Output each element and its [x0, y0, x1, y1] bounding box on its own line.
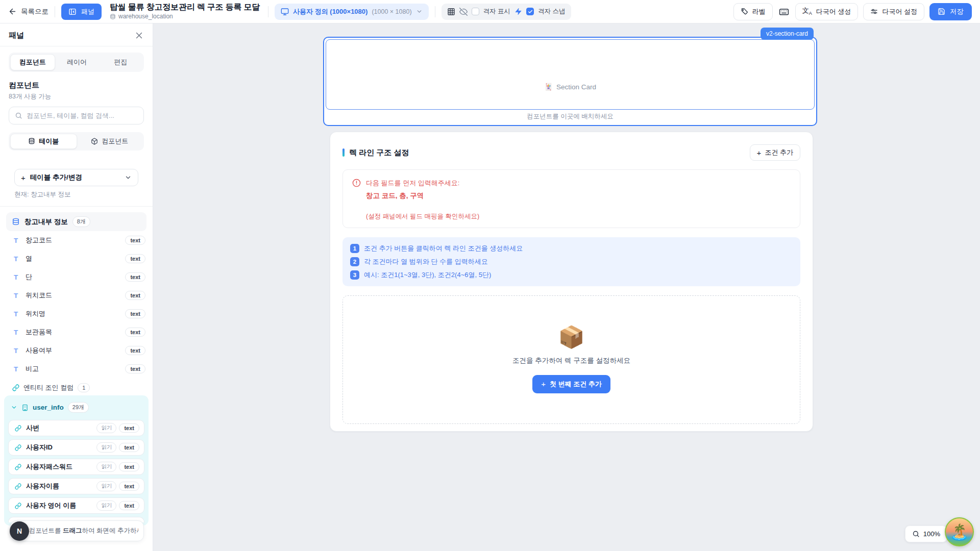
link-icon — [15, 444, 21, 451]
entity-join-header: 엔티티 조인 컬럼 1 — [12, 383, 146, 392]
grid-show-label: 격자 표시 — [483, 7, 510, 16]
card-label-text: Section Card — [556, 83, 596, 91]
section-card-label: 🃏 Section Card — [326, 83, 814, 91]
panel-tabs: 컴포넌트 레이어 편집 — [9, 53, 144, 72]
field-row[interactable]: T위치명text — [0, 305, 153, 323]
field-name: 위치코드 — [26, 291, 52, 300]
join-table-name: user_info — [33, 404, 64, 411]
tab-components[interactable]: 컴포넌트 — [10, 54, 55, 70]
join-field-row[interactable]: 사용자이름 읽기text — [8, 478, 144, 494]
join-field-row[interactable]: 사용자ID 읽기text — [8, 439, 144, 456]
table-group-header[interactable]: 창고내부 정보 8개 — [6, 212, 146, 231]
step-row: 3 예시: 조건1(1~3열, 3단), 조건2(4~6열, 5단) — [350, 270, 793, 280]
field-row[interactable]: T사용여부text — [0, 341, 153, 360]
label-button-text: 라벨 — [752, 7, 766, 16]
grid-icon[interactable] — [447, 8, 455, 16]
text-type-icon: T — [14, 310, 20, 318]
step-number: 3 — [350, 270, 359, 280]
grid-snap-label: 격자 스냅 — [538, 7, 565, 16]
check-icon — [528, 9, 533, 14]
field-name: 위치명 — [26, 309, 45, 318]
field-row[interactable]: T비고text — [0, 360, 153, 378]
selection-tag: v2-section-card — [761, 28, 814, 40]
island-sticker-icon[interactable]: 🏝️ — [945, 517, 974, 546]
chevron-down-icon — [125, 174, 132, 181]
back-label: 목록으로 — [21, 7, 48, 16]
join-field-row[interactable]: 사용자 영어 이름 읽기text — [8, 497, 144, 514]
text-type-icon: T — [14, 365, 20, 373]
segment-tables[interactable]: 테이블 — [10, 134, 77, 149]
close-icon[interactable] — [135, 31, 143, 40]
field-type-badge: text — [125, 364, 145, 373]
zoom-indicator[interactable]: 100% — [905, 525, 947, 542]
add-table-button[interactable]: + 테이블 추가/변경 — [14, 169, 138, 186]
add-condition-button[interactable]: + 조건 추가 — [750, 144, 800, 161]
step-text: 조건 추가 버튼을 클릭하여 렉 라인 조건을 생성하세요 — [364, 244, 523, 253]
readonly-badge: 읽기 — [96, 423, 116, 433]
add-table-label: 테이블 추가/변경 — [30, 173, 82, 182]
chevron-down-icon — [416, 8, 423, 15]
first-condition-label: 첫 번째 조건 추가 — [550, 380, 602, 389]
save-button-label: 저장 — [950, 7, 964, 16]
panel-toggle-button[interactable]: 패널 — [61, 4, 102, 20]
source-segmented-control: 테이블 컴포넌트 — [9, 132, 144, 151]
link-icon — [15, 464, 21, 470]
field-name: 단 — [26, 272, 32, 282]
sliders-icon — [870, 8, 878, 15]
tab-edit[interactable]: 편집 — [99, 54, 142, 70]
first-condition-button[interactable]: + 첫 번째 조건 추가 — [532, 375, 610, 393]
step-text: 예시: 조건1(1~3열, 3단), 조건2(4~6열, 5단) — [364, 270, 491, 280]
field-type-badge: text — [119, 443, 139, 452]
text-type-icon: T — [14, 255, 20, 263]
link-icon — [15, 425, 21, 432]
island-emoji: 🏝️ — [950, 523, 969, 541]
field-name: 사용자ID — [26, 443, 53, 452]
keyboard-shortcuts-button[interactable] — [778, 6, 790, 18]
conditions-empty-state: 📦 조건을 추가하여 렉 구조를 설정하세요 + 첫 번째 조건 추가 — [342, 295, 800, 424]
tab-layers[interactable]: 레이어 — [55, 54, 99, 70]
section-card[interactable]: 🃏 Section Card — [326, 39, 815, 110]
building-icon — [21, 404, 29, 411]
field-type-badge: text — [125, 272, 145, 282]
i18n-generate-button[interactable]: 文A 다국어 생성 — [795, 3, 859, 20]
search-box[interactable] — [9, 107, 144, 124]
join-field-row[interactable]: 사용자패스워드 읽기text — [8, 459, 144, 475]
link-icon — [15, 483, 21, 490]
required-fields-warning: 다음 필드를 먼저 입력해주세요: 창고 코드, 층, 구역 (설정 패널에서 … — [342, 169, 800, 228]
i18n-settings-label: 다국어 설정 — [882, 7, 917, 16]
section-card-dropzone[interactable]: 🃏 Section Card 컴포넌트를 이곳에 배치하세요 — [323, 37, 817, 126]
viewport-size-selector[interactable]: 사용자 정의 (1000×1080) (1000 × 1080) — [275, 4, 429, 20]
tag-icon — [741, 8, 748, 15]
field-row[interactable]: T창고코드text — [0, 231, 153, 249]
join-field-row[interactable]: 사번 읽기text — [8, 420, 144, 436]
save-button[interactable]: 저장 — [929, 3, 972, 20]
field-name: 사용자패스워드 — [26, 462, 72, 471]
field-row[interactable]: T위치코드text — [0, 286, 153, 305]
field-type-badge: text — [125, 291, 145, 300]
segment-components[interactable]: 컴포넌트 — [77, 134, 143, 149]
search-input[interactable] — [27, 112, 138, 119]
panel-title: 패널 — [9, 31, 24, 40]
field-type-badge: text — [125, 309, 145, 318]
i18n-settings-button[interactable]: 다국어 설정 — [863, 3, 924, 20]
plus-icon: + — [541, 380, 546, 388]
entity-join-count-badge: 1 — [78, 383, 90, 392]
magnifier-icon — [912, 530, 920, 538]
divider — [435, 6, 435, 17]
field-row[interactable]: T열text — [0, 249, 153, 268]
grid-show-checkbox[interactable] — [472, 8, 479, 15]
grid-snap-checkbox[interactable] — [526, 8, 534, 15]
field-name: 열 — [26, 254, 32, 263]
field-row[interactable]: T보관품목text — [0, 323, 153, 341]
back-to-list-button[interactable]: 목록으로 — [8, 7, 48, 16]
page-title-block: 탑씰 물류 창고정보관리 렉 구조 등록 모달 warehouse_locati… — [110, 3, 260, 20]
field-row[interactable]: T단text — [0, 268, 153, 286]
segment-tables-label: 테이블 — [39, 137, 59, 146]
eye-off-icon[interactable] — [459, 8, 468, 16]
join-table-header[interactable]: user_info 29개 — [7, 398, 146, 417]
join-table-count-badge: 29개 — [68, 402, 89, 413]
keyboard-icon — [779, 7, 789, 17]
page-title: 탑씰 물류 창고정보관리 렉 구조 등록 모달 — [110, 3, 260, 12]
editor-canvas[interactable]: v2-section-card 🃏 Section Card 컴포넌트를 이곳에… — [153, 23, 980, 551]
label-button[interactable]: 라벨 — [733, 3, 773, 20]
